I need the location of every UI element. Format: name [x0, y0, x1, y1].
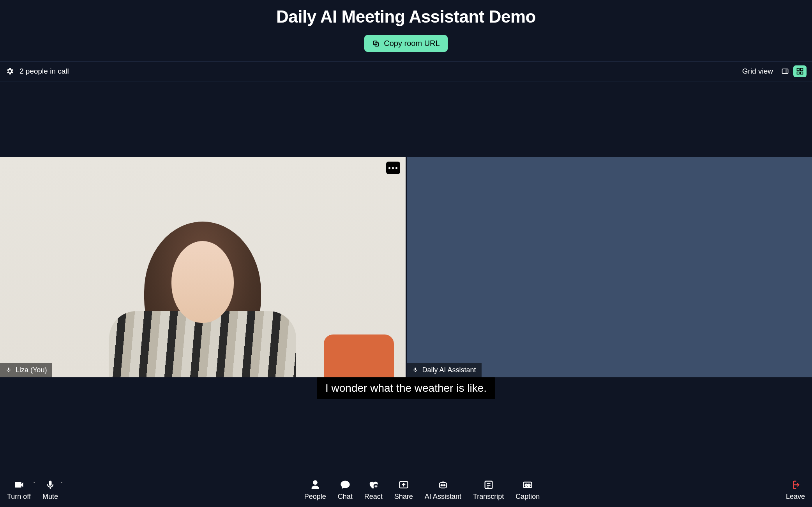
caption-button[interactable]: CC Caption [515, 479, 540, 501]
svg-rect-6 [797, 72, 800, 74]
transcript-label: Transcript [473, 493, 504, 501]
participant-name: Daily AI Assistant [422, 366, 476, 374]
svg-point-10 [441, 484, 443, 486]
control-bar: ⌄ Turn off ⌄ Mute People Chat [0, 475, 812, 507]
person-icon [310, 479, 321, 490]
cc-icon: CC [522, 479, 533, 490]
speaker-view-button[interactable] [778, 65, 792, 77]
mic-toggle-button[interactable]: ⌄ Mute [42, 479, 58, 501]
tile-more-button[interactable] [386, 162, 400, 174]
mic-label: Mute [42, 493, 58, 501]
video-tile-self[interactable]: Liza (You) [0, 157, 406, 377]
page-title: Daily AI Meeting Assistant Demo [0, 7, 812, 26]
copy-room-url-label: Copy room URL [384, 39, 440, 48]
svg-rect-7 [801, 72, 803, 74]
self-video-placeholder [117, 210, 288, 377]
grid-view-button[interactable] [793, 65, 807, 77]
live-caption: I wonder what the weather is like. [317, 377, 495, 399]
svg-rect-4 [797, 69, 800, 71]
share-label: Share [394, 493, 413, 501]
status-bar: 2 people in call Grid view [0, 62, 812, 81]
share-screen-icon [398, 479, 409, 490]
react-button[interactable]: React [364, 479, 383, 501]
mic-icon [45, 479, 56, 490]
participant-nametag: Daily AI Assistant [407, 363, 482, 377]
chair-shape [324, 334, 394, 377]
robot-icon [438, 479, 448, 490]
svg-rect-9 [440, 482, 447, 488]
copy-room-url-button[interactable]: Copy room URL [364, 35, 447, 52]
react-label: React [364, 493, 383, 501]
ai-assistant-button[interactable]: AI Assistant [425, 479, 461, 501]
chat-label: Chat [338, 493, 353, 501]
svg-text:CC: CC [525, 483, 531, 487]
camera-label: Turn off [7, 493, 31, 501]
svg-rect-2 [782, 69, 788, 74]
view-toggle [778, 65, 807, 77]
chevron-down-icon[interactable]: ⌄ [32, 479, 36, 484]
svg-point-11 [444, 484, 445, 486]
transcript-button[interactable]: Transcript [473, 479, 504, 501]
settings-gear-icon[interactable] [5, 67, 14, 76]
camera-icon [14, 479, 25, 490]
chat-button[interactable]: Chat [338, 479, 353, 501]
speaker-view-icon [781, 67, 789, 75]
video-tiles: Liza (You) Daily AI Assistant [0, 157, 812, 377]
people-label: People [304, 493, 326, 501]
chat-icon [340, 479, 351, 490]
copy-icon [372, 40, 380, 48]
app-header: Daily AI Meeting Assistant Demo Copy roo… [0, 0, 812, 62]
camera-toggle-button[interactable]: ⌄ Turn off [7, 479, 31, 501]
transcript-icon [483, 479, 494, 490]
people-button[interactable]: People [304, 479, 326, 501]
video-tile-assistant[interactable]: Daily AI Assistant [407, 157, 812, 377]
svg-rect-5 [801, 69, 803, 71]
video-stage: Liza (You) Daily AI Assistant I wonder w… [0, 81, 812, 475]
leave-label: Leave [786, 493, 805, 501]
participant-name: Liza (You) [16, 366, 47, 374]
grid-view-icon [796, 67, 804, 75]
share-button[interactable]: Share [394, 479, 413, 501]
mic-on-icon [412, 367, 418, 373]
participant-nametag: Liza (You) [0, 363, 52, 377]
ai-label: AI Assistant [425, 493, 461, 501]
view-mode-label: Grid view [742, 67, 773, 76]
caption-label: Caption [515, 493, 540, 501]
chevron-down-icon[interactable]: ⌄ [60, 479, 64, 484]
people-count-text: 2 people in call [19, 67, 69, 76]
heart-plus-icon [368, 479, 379, 490]
leave-icon [790, 479, 801, 490]
leave-button[interactable]: Leave [786, 479, 805, 501]
mic-on-icon [5, 367, 12, 373]
